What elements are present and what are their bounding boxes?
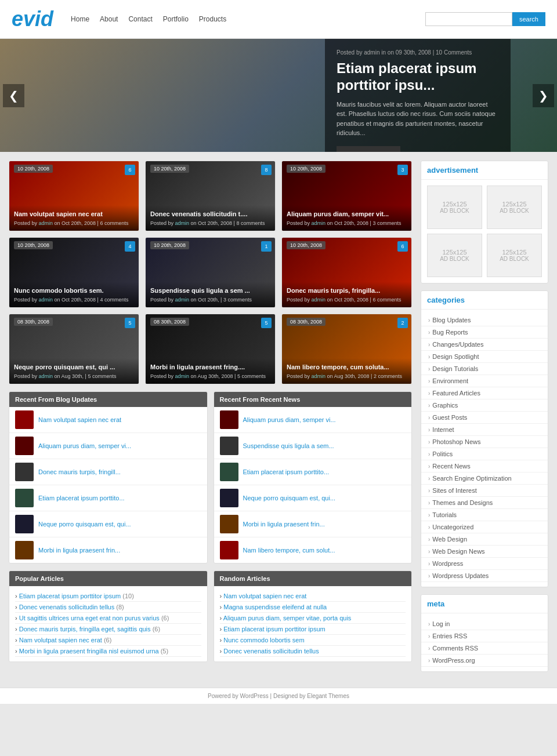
post-image-7: 08 30th, 2008 5 Morbi in ligula praesent… bbox=[146, 314, 275, 384]
post-date-badge-8: 08 30th, 2008 bbox=[287, 318, 325, 326]
recent-blog-link-1[interactable]: Aliquam purus diam, semper vi... bbox=[38, 442, 131, 449]
category-link-2[interactable]: › Changes/Updates bbox=[428, 341, 541, 348]
recent-news-link-1[interactable]: Suspendisse quis ligula a sem... bbox=[243, 442, 334, 449]
popular-article-link-5[interactable]: Morbi in ligula praesent fringilla nisl … bbox=[19, 648, 159, 655]
hero-prev-button[interactable]: ❮ bbox=[3, 84, 24, 107]
post-card-2[interactable]: 10 20th, 2008 3 Aliquam purus diam, semp… bbox=[281, 161, 412, 231]
cat-arrow-1: › bbox=[428, 329, 430, 336]
category-link-18[interactable]: › Web Design bbox=[428, 536, 541, 543]
hero-next-button[interactable]: ❯ bbox=[533, 84, 554, 107]
popular-article-4: › Nam volutpat sapien nec erat (6) bbox=[15, 635, 201, 646]
ad-block-2[interactable]: 125x125AD BLOCK bbox=[427, 234, 482, 277]
post-author-1[interactable]: admin bbox=[175, 220, 190, 226]
post-author-2[interactable]: admin bbox=[312, 220, 326, 226]
cat-arrow-18: › bbox=[428, 536, 430, 543]
popular-article-link-0[interactable]: Etiam placerat ipsum porttitor ipsum bbox=[19, 593, 121, 599]
category-link-20[interactable]: › Wordpress bbox=[428, 560, 541, 567]
post-author-8[interactable]: admin bbox=[312, 373, 326, 379]
cat-arrow-19: › bbox=[428, 548, 430, 555]
post-author-6[interactable]: admin bbox=[39, 373, 53, 379]
cat-arrow-17: › bbox=[428, 524, 430, 530]
recent-blog-link-0[interactable]: Nam volutpat sapien nec erat bbox=[38, 416, 121, 423]
nav-link-products[interactable]: Products bbox=[199, 15, 226, 23]
category-link-21[interactable]: › Wordpress Updates bbox=[428, 572, 541, 579]
meta-link-3[interactable]: › WordPress.org bbox=[428, 657, 541, 664]
category-link-7[interactable]: › Graphics bbox=[428, 402, 541, 409]
post-card-4[interactable]: 10 20th, 2008 1 Suspendisse quis ligula … bbox=[145, 237, 276, 308]
recent-blog-link-4[interactable]: Neque porro quisquam est, qui... bbox=[38, 521, 131, 528]
post-card-title-8: Nam libero tempore, cum soluta... bbox=[287, 363, 407, 371]
nav-link-home[interactable]: Home bbox=[71, 15, 89, 23]
category-link-13[interactable]: › Search Engine Optimization bbox=[428, 475, 541, 482]
category-link-16[interactable]: › Tutorials bbox=[428, 511, 541, 518]
post-author-7[interactable]: admin bbox=[175, 373, 190, 379]
post-card-8[interactable]: 08 30th, 2008 2 Nam libero tempore, cum … bbox=[281, 314, 412, 384]
post-date-badge-2: 10 20th, 2008 bbox=[287, 165, 325, 173]
category-link-4[interactable]: › Design Tutorials bbox=[428, 365, 541, 372]
ad-block-3[interactable]: 125x125AD BLOCK bbox=[487, 234, 542, 277]
meta-link-1[interactable]: › Entries RSS bbox=[428, 633, 541, 639]
category-link-15[interactable]: › Themes and Designs bbox=[428, 499, 541, 506]
random-articles-panel: Random Articles › Nam volutpat sapien ne… bbox=[214, 570, 413, 662]
category-link-10[interactable]: › Photoshop News bbox=[428, 438, 541, 445]
popular-article-2: › Ut sagittis ultrices urna eget erat no… bbox=[15, 613, 201, 624]
post-author-3[interactable]: admin bbox=[39, 297, 53, 303]
post-image-3: 10 20th, 2008 4 Nunc commodo lobortis se… bbox=[9, 238, 139, 307]
search-button[interactable]: search bbox=[512, 12, 545, 26]
random-article-link-4[interactable]: Nunc commodo lobortis sem bbox=[223, 637, 304, 644]
category-link-6[interactable]: › Featured Articles bbox=[428, 390, 541, 397]
random-article-link-5[interactable]: Donec venenatis sollicitudin tellus bbox=[223, 648, 319, 655]
nav-link-portfolio[interactable]: Portfolio bbox=[163, 15, 189, 23]
cat-arrow-10: › bbox=[428, 439, 430, 445]
post-card-3[interactable]: 10 20th, 2008 4 Nunc commodo lobortis se… bbox=[9, 237, 139, 308]
cat-arrow-11: › bbox=[428, 451, 430, 457]
post-author-4[interactable]: admin bbox=[175, 297, 190, 303]
category-link-11[interactable]: › Politics bbox=[428, 450, 541, 457]
category-link-12[interactable]: › Recent News bbox=[428, 463, 541, 470]
recent-blog-link-2[interactable]: Donec mauris turpis, fringill... bbox=[38, 468, 121, 475]
category-link-3[interactable]: › Design Spotlight bbox=[428, 353, 541, 360]
hero-play-button[interactable]: PLAY VIDEO bbox=[337, 146, 400, 152]
category-link-1[interactable]: › Bug Reports bbox=[428, 329, 541, 336]
post-card-meta-3: Posted by admin on Oct 20th, 2008 | 4 co… bbox=[14, 297, 134, 303]
category-link-9[interactable]: › Internet bbox=[428, 426, 541, 433]
recent-news-link-2[interactable]: Etiam placerat ipsum porttito... bbox=[243, 468, 330, 475]
post-card-0[interactable]: 10 20th, 2008 6 Nam volutpat sapien nec … bbox=[9, 161, 139, 231]
search-input[interactable] bbox=[425, 12, 512, 26]
category-link-17[interactable]: › Uncategorized bbox=[428, 524, 541, 530]
random-article-link-2[interactable]: Aliquam purus diam, semper vitae, porta … bbox=[223, 615, 352, 621]
category-link-19[interactable]: › Web Design News bbox=[428, 548, 541, 555]
post-author-0[interactable]: admin bbox=[39, 220, 53, 226]
random-article-link-0[interactable]: Nam volutpat sapien nec erat bbox=[223, 593, 306, 599]
recent-news-link-3[interactable]: Neque porro quisquam est, qui... bbox=[243, 495, 336, 501]
meta-item-1: › Entries RSS bbox=[421, 630, 548, 642]
nav-link-contact[interactable]: Contact bbox=[128, 15, 152, 23]
post-card-7[interactable]: 08 30th, 2008 5 Morbi in ligula praesent… bbox=[145, 314, 276, 384]
recent-blog-link-5[interactable]: Morbi in ligula praesent frin... bbox=[38, 547, 120, 554]
popular-article-link-3[interactable]: Donec mauris turpis, fringilla eget, sag… bbox=[19, 626, 151, 633]
random-article-link-3[interactable]: Etiam placerat ipsum porttitor ipsum bbox=[223, 626, 325, 633]
category-link-14[interactable]: › Sites of Interest bbox=[428, 487, 541, 494]
meta-link-0[interactable]: › Log in bbox=[428, 620, 541, 627]
recent-news-link-4[interactable]: Morbi in ligula praesent frin... bbox=[243, 521, 325, 528]
nav-link-about[interactable]: About bbox=[100, 15, 118, 23]
category-link-0[interactable]: › Blog Updates bbox=[428, 317, 541, 324]
header: evid HomeAboutContactPortfolioProducts s… bbox=[0, 0, 557, 39]
ad-block-0[interactable]: 125x125AD BLOCK bbox=[427, 186, 482, 229]
post-card-5[interactable]: 10 20th, 2008 6 Donec mauris turpis, fri… bbox=[281, 237, 412, 308]
recent-blog-link-3[interactable]: Etiam placerat ipsum porttito... bbox=[38, 495, 125, 501]
post-card-6[interactable]: 08 30th, 2008 5 Neque porro quisquam est… bbox=[9, 314, 139, 384]
meta-link-2[interactable]: › Comments RSS bbox=[428, 645, 541, 652]
category-link-5[interactable]: › Environment bbox=[428, 377, 541, 384]
popular-article-link-2[interactable]: Ut sagittis ultrices urna eget erat non … bbox=[19, 615, 160, 621]
recent-news-link-0[interactable]: Aliquam purus diam, semper vi... bbox=[243, 416, 336, 423]
post-card-1[interactable]: 10 20th, 2008 8 Donec venenatis sollicit… bbox=[145, 161, 276, 231]
post-image-8: 08 30th, 2008 2 Nam libero tempore, cum … bbox=[282, 314, 411, 384]
ad-block-1[interactable]: 125x125AD BLOCK bbox=[487, 186, 542, 229]
post-author-5[interactable]: admin bbox=[312, 297, 326, 303]
popular-article-link-1[interactable]: Donec venenatis sollicitudin tellus bbox=[19, 604, 114, 610]
random-article-link-1[interactable]: Magna suspendisse eleifend at nulla bbox=[223, 604, 327, 610]
popular-article-link-4[interactable]: Nam volutpat sapien nec erat bbox=[19, 637, 102, 644]
category-link-8[interactable]: › Guest Posts bbox=[428, 414, 541, 421]
recent-news-link-5[interactable]: Nam libero tempore, cum solut... bbox=[243, 547, 335, 554]
